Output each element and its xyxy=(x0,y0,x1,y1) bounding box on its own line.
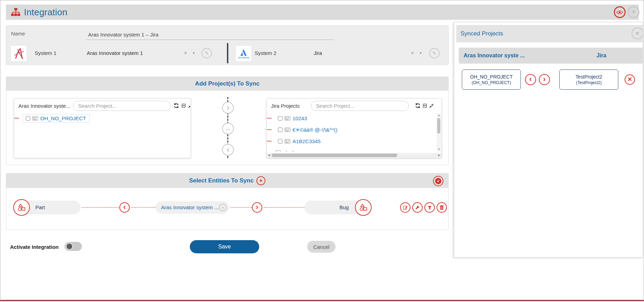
add-projects-section: Add Project(s) To Sync Aras Innovator sy… xyxy=(6,76,449,165)
tree-connector xyxy=(14,118,19,119)
trash-icon xyxy=(440,205,444,210)
map-right-arrow-button[interactable]: › xyxy=(252,202,262,213)
swap-button[interactable]: ↔ xyxy=(222,123,234,134)
project-label: abc8 xyxy=(283,150,295,152)
project-item[interactable]: abc8 xyxy=(272,149,298,152)
project-item[interactable]: OH_NO_PROJECT xyxy=(23,114,90,123)
system1-select-value[interactable]: Aras Innovator system 1 xyxy=(87,45,143,61)
cancel-button[interactable]: Cancel xyxy=(307,241,336,253)
scroll-up-icon[interactable]: ▲ xyxy=(438,114,440,117)
integration-name-input[interactable] xyxy=(86,29,337,40)
system2-edit-button[interactable]: ✎ xyxy=(429,48,440,58)
bottom-accent-line xyxy=(0,300,644,301)
filter-mapping-button[interactable] xyxy=(424,202,435,213)
add-integration-button[interactable]: + xyxy=(628,6,639,18)
systems-divider xyxy=(227,43,228,63)
system1-clear-icon[interactable]: × xyxy=(184,45,187,61)
scroll-left-icon[interactable]: ◀ xyxy=(268,154,270,157)
source-search-input[interactable] xyxy=(73,101,171,111)
synced-projects-header: Synced Projects xyxy=(456,25,643,42)
system2-clear-icon[interactable]: × xyxy=(411,45,414,61)
system2-select-value[interactable]: Jira xyxy=(314,45,322,61)
project-checkbox[interactable] xyxy=(278,128,282,132)
map-left-arrow-button[interactable]: ‹ xyxy=(119,202,130,213)
project-checkbox[interactable] xyxy=(278,116,282,121)
mapping-dotted-line xyxy=(264,207,304,208)
scroll-right-icon[interactable]: ▶ xyxy=(438,154,440,157)
source-panel-header: Aras Innovator syste... ⊟ xyxy=(14,99,190,113)
collapse-all-icon[interactable]: ⊟ xyxy=(181,103,186,108)
select-entities-header: Select Entities To Sync + xyxy=(6,173,448,188)
synced-target-card[interactable]: TestProject2 (TestProject2) xyxy=(559,70,618,90)
horizontal-scrollbar[interactable]: ◀ ▶ xyxy=(267,153,441,158)
page-title: Integration xyxy=(24,7,67,18)
source-projects-panel: Aras Innovator syste... ⊟ xyxy=(14,98,191,158)
close-icon: × xyxy=(636,30,639,36)
delete-mapping-button[interactable] xyxy=(437,202,447,213)
system-pill-label: Aras Innovator system ... xyxy=(161,201,219,214)
project-checkbox[interactable] xyxy=(278,139,282,144)
system1-edit-button[interactable]: ✎ xyxy=(202,48,212,58)
preview-eye-button[interactable] xyxy=(614,6,626,18)
system-pill[interactable]: Aras Innovator system ... × xyxy=(155,201,229,214)
refresh-icon[interactable] xyxy=(415,103,421,108)
toggle-knob xyxy=(66,243,73,250)
configure-mapping-button[interactable] xyxy=(412,202,423,213)
synced-target-name: TestProject2 xyxy=(575,74,602,80)
remove-system-button[interactable]: × xyxy=(219,204,227,211)
move-right-button[interactable]: › xyxy=(222,102,234,114)
project-card-icon xyxy=(275,150,281,152)
source-panel-title: Aras Innovator syste... xyxy=(18,103,70,109)
edit-mapping-button[interactable] xyxy=(400,202,410,213)
add-entity-mapping-button[interactable]: + xyxy=(256,176,265,185)
chevron-right-icon: › xyxy=(256,203,258,211)
save-button[interactable]: Save xyxy=(190,240,259,253)
activate-integration-toggle[interactable] xyxy=(65,242,82,251)
source-entity-pill[interactable]: Part xyxy=(14,201,80,214)
vertical-scrollbar[interactable]: ▲ ▼ xyxy=(437,113,441,152)
project-item[interactable]: 10243 xyxy=(275,114,311,122)
target-search-input[interactable] xyxy=(311,101,409,111)
project-label: 10243 xyxy=(293,115,307,121)
tree-row: OH_NO_PROJECT xyxy=(14,113,190,124)
project-item[interactable]: €✳©áà® @-!/\&^*() xyxy=(275,126,341,134)
scroll-down-icon[interactable]: ▼ xyxy=(438,148,440,151)
mapping-dotted-line xyxy=(82,207,119,208)
project-card-icon xyxy=(285,128,290,132)
sitemap-icon xyxy=(11,8,20,17)
refresh-icon[interactable] xyxy=(173,103,179,108)
tree-row: A1B2C3345 xyxy=(267,136,434,147)
mapping-dotted-line xyxy=(230,207,252,208)
tree-connector xyxy=(267,118,272,119)
save-button-label: Save xyxy=(218,244,231,250)
system1-dropdown-icon[interactable]: ▼ xyxy=(192,45,195,61)
project-checkbox[interactable] xyxy=(26,116,30,121)
sync-left-button[interactable]: ‹ xyxy=(525,74,536,85)
target-entity-pill[interactable]: Bug xyxy=(304,201,371,214)
tree-row: ▼ abc8 xyxy=(267,147,434,152)
add-projects-header: Add Project(s) To Sync xyxy=(6,77,448,91)
tree-row: 10243 xyxy=(267,113,434,124)
tree-expander-icon[interactable]: ▼ xyxy=(267,151,270,152)
synced-source-name: OH_NO_PROJECT xyxy=(470,74,513,80)
collapse-all-icon[interactable]: ⊟ xyxy=(423,103,427,108)
synced-source-card[interactable]: OH_NO_PROJECT (OH_NO_PROJECT) xyxy=(462,70,521,90)
left-right-arrow-icon: ↔ xyxy=(225,125,231,132)
plus-icon: + xyxy=(631,8,636,16)
move-left-button[interactable]: ‹ xyxy=(222,144,234,156)
sync-right-button[interactable]: › xyxy=(539,74,550,85)
compress-icon[interactable] xyxy=(188,104,191,108)
project-item[interactable]: A1B2C3345 xyxy=(275,137,324,145)
target-project-tree: 10243 €✳©áà® @-!/\&^*() xyxy=(267,113,434,152)
system2-dropdown-icon[interactable]: ▼ xyxy=(419,45,422,61)
horizontal-scroll-thumb[interactable] xyxy=(272,154,397,157)
compress-icon[interactable] xyxy=(429,104,434,108)
tree-connector xyxy=(267,141,272,141)
chevron-right-icon: › xyxy=(543,75,545,83)
vertical-scroll-thumb[interactable] xyxy=(437,118,440,133)
collapse-section-button[interactable] xyxy=(433,176,443,186)
synced-columns-header: Aras Innovator syste ... Jira xyxy=(459,48,643,64)
remove-synced-pair-button[interactable]: ✕ xyxy=(625,74,635,85)
close-panel-button[interactable]: × xyxy=(632,27,643,39)
entity-mapping-body: Part ‹ Aras Innovator system ... × › Bug xyxy=(6,188,448,230)
